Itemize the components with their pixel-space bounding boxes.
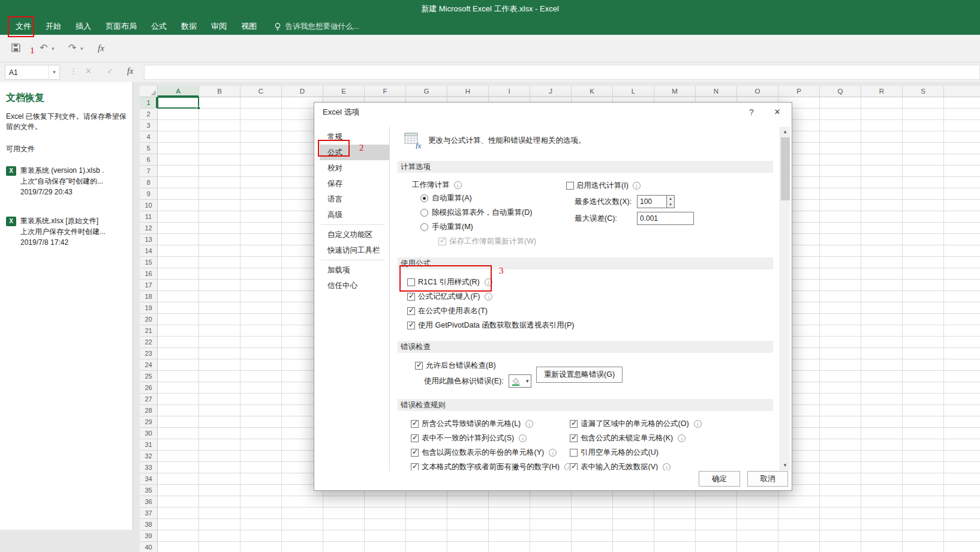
column-header-B[interactable]: B xyxy=(199,86,241,97)
row-header-10[interactable]: 10 xyxy=(140,200,157,211)
row-header-3[interactable]: 3 xyxy=(140,120,157,131)
max-iterations-input[interactable]: 100 ▴▾ xyxy=(637,195,675,208)
cancel-icon[interactable]: ✕ xyxy=(85,67,92,76)
row-header-20[interactable]: 20 xyxy=(140,314,157,325)
ribbon-tab-5[interactable]: 审阅 xyxy=(204,18,234,35)
checkbox-box[interactable] xyxy=(411,434,419,442)
row-header-8[interactable]: 8 xyxy=(140,177,157,188)
dialog-category-2[interactable]: 校对 xyxy=(320,160,389,176)
ribbon-tab-2[interactable]: 页面布局 xyxy=(98,18,144,35)
checkbox-box[interactable] xyxy=(411,449,419,457)
ok-button[interactable]: 确定 xyxy=(699,471,740,487)
column-header-F[interactable]: F xyxy=(365,86,406,97)
row-header-34[interactable]: 34 xyxy=(140,473,157,485)
redo-icon[interactable]: ↷ xyxy=(68,41,76,55)
column-header-C[interactable]: C xyxy=(241,86,282,97)
row-header-27[interactable]: 27 xyxy=(140,394,157,405)
column-header-H[interactable]: H xyxy=(447,86,489,97)
row-header-30[interactable]: 30 xyxy=(140,428,157,439)
row-header-38[interactable]: 38 xyxy=(140,519,157,530)
dialog-category-3[interactable]: 保存 xyxy=(320,176,389,191)
row-header-1[interactable]: 1 xyxy=(140,97,157,109)
ribbon-tab-3[interactable]: 公式 xyxy=(144,18,174,35)
row-header-18[interactable]: 18 xyxy=(140,291,157,302)
radio-circle[interactable] xyxy=(420,209,428,217)
column-header-S[interactable]: S xyxy=(903,86,944,97)
dialog-category-6[interactable]: 自定义功能区 xyxy=(320,227,389,242)
row-header-15[interactable]: 15 xyxy=(140,257,157,268)
column-header-L[interactable]: L xyxy=(613,86,654,97)
checkbox-box[interactable] xyxy=(570,449,578,457)
spin-up-icon[interactable]: ▴ xyxy=(667,196,674,202)
row-header-19[interactable]: 19 xyxy=(140,302,157,314)
dialog-close-button[interactable]: ✕ xyxy=(764,103,790,121)
checkbox-box[interactable] xyxy=(570,434,578,442)
dialog-category-9[interactable]: 信任中心 xyxy=(320,278,389,293)
enter-icon[interactable]: ✓ xyxy=(107,67,113,76)
column-header-N[interactable]: N xyxy=(696,86,737,97)
checkbox-enable-iterative-calc[interactable]: 启用迭代计算(I) i xyxy=(566,180,641,191)
checkbox-box[interactable] xyxy=(407,293,415,301)
cancel-button[interactable]: 取消 xyxy=(747,471,788,487)
row-header-39[interactable]: 39 xyxy=(140,530,157,542)
checkbox-rule-right-0[interactable]: 遗漏了区域中的单元格的公式(O)i xyxy=(570,416,702,431)
checkbox-rule-right-2[interactable]: 引用空单元格的公式(U) xyxy=(570,445,702,460)
ribbon-tab-6[interactable]: 视图 xyxy=(234,18,264,35)
scroll-up-icon[interactable]: ▲ xyxy=(780,127,790,137)
row-header-31[interactable]: 31 xyxy=(140,439,157,451)
column-header-J[interactable]: J xyxy=(530,86,572,97)
scroll-down-icon[interactable]: ▼ xyxy=(780,460,790,470)
column-header-D[interactable]: D xyxy=(282,86,323,97)
row-header-35[interactable]: 35 xyxy=(140,485,157,496)
row-header-22[interactable]: 22 xyxy=(140,337,157,348)
error-color-picker[interactable]: ▾ xyxy=(509,374,531,388)
checkbox-box[interactable] xyxy=(407,307,415,315)
checkbox-box[interactable] xyxy=(438,238,446,245)
column-header-E[interactable]: E xyxy=(323,86,365,97)
checkbox-box[interactable] xyxy=(411,420,419,428)
column-header-K[interactable]: K xyxy=(572,86,613,97)
column-header-M[interactable]: M xyxy=(654,86,696,97)
row-header-4[interactable]: 4 xyxy=(140,131,157,143)
row-header-32[interactable]: 32 xyxy=(140,451,157,462)
row-header-26[interactable]: 26 xyxy=(140,382,157,394)
ribbon-tab-1[interactable]: 插入 xyxy=(68,18,98,35)
row-header-23[interactable]: 23 xyxy=(140,348,157,359)
tell-me-box[interactable]: 告诉我您想要做什么... xyxy=(273,18,359,35)
spin-down-icon[interactable]: ▾ xyxy=(667,202,674,208)
checkbox-box[interactable] xyxy=(407,322,415,329)
row-header-9[interactable]: 9 xyxy=(140,188,157,200)
name-box[interactable]: A1 ▾ xyxy=(5,65,60,80)
formula-input[interactable] xyxy=(144,65,980,80)
row-header-40[interactable]: 40 xyxy=(140,542,157,552)
checkbox-formula-3[interactable]: 使用 GetPivotData 函数获取数据透视表引用(P) xyxy=(407,318,779,332)
row-header-11[interactable]: 11 xyxy=(140,211,157,223)
checkbox-box[interactable] xyxy=(570,420,578,428)
row-header-37[interactable]: 37 xyxy=(140,508,157,519)
column-header-Q[interactable]: Q xyxy=(820,86,861,97)
checkbox-formula-2[interactable]: 在公式中使用表名(T) xyxy=(407,304,779,318)
save-icon[interactable] xyxy=(11,43,21,56)
recovery-file-2[interactable]: X重装系统.xlsx [原始文件]上次用户保存文件时创建...2019/7/8 … xyxy=(6,215,127,248)
insert-function-icon[interactable]: fx xyxy=(127,67,133,76)
column-header-R[interactable]: R xyxy=(861,86,903,97)
radio-circle[interactable] xyxy=(420,194,428,202)
row-header-13[interactable]: 13 xyxy=(140,234,157,245)
checkbox-recalc-before-save[interactable]: 保存工作簿前重新计算(W) xyxy=(438,234,779,248)
row-header-24[interactable]: 24 xyxy=(140,359,157,371)
row-header-12[interactable]: 12 xyxy=(140,223,157,234)
row-header-14[interactable]: 14 xyxy=(140,245,157,257)
dialog-category-4[interactable]: 语言 xyxy=(320,191,389,207)
checkbox-box[interactable] xyxy=(411,463,419,471)
max-iterations-value[interactable]: 100 xyxy=(637,195,667,208)
column-header-G[interactable]: G xyxy=(406,86,447,97)
row-header-28[interactable]: 28 xyxy=(140,405,157,416)
dialog-category-7[interactable]: 快速访问工具栏 xyxy=(320,242,389,258)
reset-ignored-errors-button[interactable]: 重新设置忽略错误(G) xyxy=(536,367,623,383)
row-header-2[interactable]: 2 xyxy=(140,109,157,120)
row-header-29[interactable]: 29 xyxy=(140,416,157,428)
checkbox-box[interactable] xyxy=(570,463,578,471)
column-header-O[interactable]: O xyxy=(737,86,778,97)
checkbox-box[interactable] xyxy=(566,182,574,190)
column-header-I[interactable]: I xyxy=(489,86,530,97)
